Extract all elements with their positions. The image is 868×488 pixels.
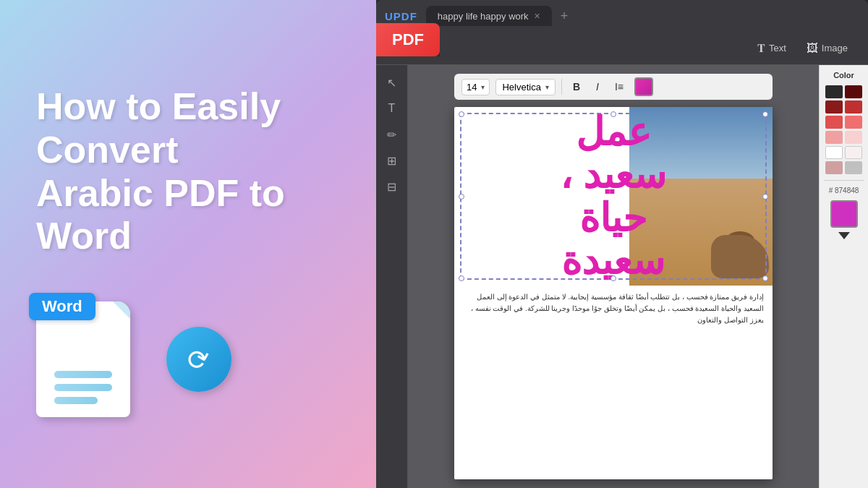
handle-bl[interactable] xyxy=(459,275,464,281)
color-cell-5[interactable] xyxy=(825,116,843,129)
color-cell-11[interactable] xyxy=(825,161,843,174)
align-button[interactable]: Ι≡ xyxy=(610,79,629,95)
color-cell-8[interactable] xyxy=(845,131,862,144)
sidebar-text-button[interactable]: T xyxy=(380,97,404,120)
top-toolbar: 𝐓 Text 🖼 Image xyxy=(376,32,868,65)
bold-button[interactable]: B xyxy=(568,79,585,95)
arabic-body-text: إدارة فريق ممتازة فحسب ، بل تتطلب أيضًا … xyxy=(454,286,773,479)
left-panel: How to Easily Convert Arabic PDF to Word… xyxy=(0,0,376,488)
browser-chrome: UPDF happy life happy work × + xyxy=(376,0,868,32)
sidebar-tools: ↖ T ✏ ⊞ ⊟ xyxy=(376,65,408,488)
pdf-label-container: PDF xyxy=(376,23,440,56)
color-picker-arrow-icon xyxy=(838,232,850,239)
color-cell-1[interactable] xyxy=(825,85,843,98)
color-panel: Color # 874848 xyxy=(819,65,868,488)
pdf-page: عملسعيد ،حياةسعيدة إدارة فريق ممتازة فحس… xyxy=(454,107,773,479)
browser-logo: UPDF xyxy=(385,10,417,22)
color-cell-2[interactable] xyxy=(845,85,862,98)
font-family-chevron: ▾ xyxy=(545,83,549,91)
image-tool-button[interactable]: 🖼 Image xyxy=(801,39,854,58)
color-cell-10[interactable] xyxy=(845,146,862,159)
font-family-value: Helvetica xyxy=(502,82,540,93)
main-title: How to Easily Convert Arabic PDF to Word xyxy=(36,85,340,258)
font-family-select[interactable]: Helvetica ▾ xyxy=(495,79,555,95)
text-tool-icon: 𝐓 xyxy=(757,42,765,55)
doc-line-2 xyxy=(54,384,112,391)
pdf-view: 14 ▾ Helvetica ▾ B I Ι≡ xyxy=(408,65,819,488)
color-cell-4[interactable] xyxy=(845,100,862,114)
image-tool-label: Image xyxy=(822,43,848,53)
sidebar-pages-button[interactable]: ⊟ xyxy=(380,175,404,198)
content-area: ↖ T ✏ ⊞ ⊟ 14 ▾ Helvetica ▾ B I Ι≡ xyxy=(376,65,868,488)
color-swatch-button[interactable] xyxy=(634,77,653,96)
text-box-selected[interactable]: عملسعيد ،حياةسعيدة xyxy=(460,113,767,280)
handle-tm[interactable] xyxy=(610,111,616,117)
color-grid xyxy=(825,85,862,174)
doc-lines xyxy=(54,371,112,404)
handle-tr[interactable] xyxy=(762,111,768,117)
doc-line-1 xyxy=(54,371,112,378)
handle-tl[interactable] xyxy=(459,111,464,117)
doc-line-3 xyxy=(54,397,98,404)
toolbar-divider-1 xyxy=(561,79,562,95)
active-color-swatch[interactable] xyxy=(830,200,858,228)
tab-label: happy life happy work xyxy=(438,11,529,22)
color-cell-9[interactable] xyxy=(825,146,843,159)
sidebar-crop-button[interactable]: ⊞ xyxy=(380,149,404,172)
doc-page: Word xyxy=(36,301,130,417)
word-badge: Word xyxy=(29,293,95,320)
image-tool-icon: 🖼 xyxy=(807,42,818,55)
word-doc-icon: Word xyxy=(36,301,130,417)
sync-icon: ⟳ xyxy=(166,327,231,392)
pdf-label: PDF xyxy=(376,23,440,56)
font-size-value: 14 xyxy=(467,82,477,93)
handle-bm[interactable] xyxy=(610,275,616,281)
edit-toolbar: 14 ▾ Helvetica ▾ B I Ι≡ xyxy=(454,74,773,100)
color-cell-6[interactable] xyxy=(845,116,862,129)
font-size-chevron: ▾ xyxy=(481,83,485,91)
browser-tab[interactable]: happy life happy work × xyxy=(426,6,552,26)
icons-row: Word ⟳ xyxy=(36,301,340,417)
italic-button[interactable]: I xyxy=(591,79,604,95)
hex-label: # 874848 xyxy=(829,187,859,194)
right-panel: PDF UPDF happy life happy work × + 𝐓 Tex… xyxy=(376,0,868,488)
handle-ml[interactable] xyxy=(459,194,464,200)
tab-add-button[interactable]: + xyxy=(561,9,569,24)
text-tool-label: Text xyxy=(769,43,786,53)
sidebar-annotate-button[interactable]: ✏ xyxy=(380,123,404,146)
sync-arrows-icon: ⟳ xyxy=(184,341,214,378)
sidebar-cursor-button[interactable]: ↖ xyxy=(380,71,404,94)
arabic-heading: عملسعيد ،حياةسعيدة xyxy=(553,107,673,289)
text-tool-button[interactable]: 𝐓 Text xyxy=(752,39,792,58)
handle-mr[interactable] xyxy=(762,194,768,200)
font-size-select[interactable]: 14 ▾ xyxy=(461,79,490,95)
color-panel-divider xyxy=(824,180,864,181)
toolbar-right-tools: 𝐓 Text 🖼 Image xyxy=(752,39,861,58)
color-panel-title: Color xyxy=(833,71,854,80)
doc-corner xyxy=(113,301,130,319)
color-cell-7[interactable] xyxy=(825,131,843,144)
color-cell-3[interactable] xyxy=(825,100,843,114)
tab-close-button[interactable]: × xyxy=(535,10,540,22)
color-cell-12[interactable] xyxy=(845,161,862,174)
